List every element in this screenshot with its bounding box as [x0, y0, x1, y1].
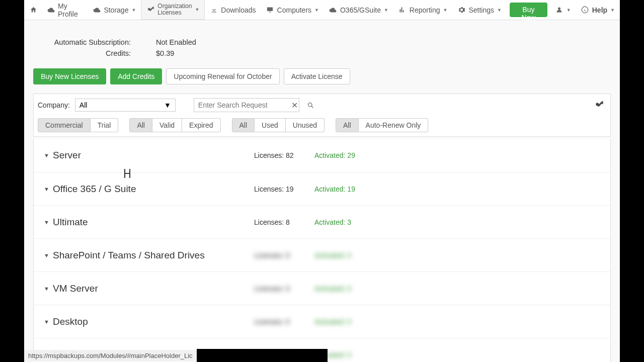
svg-point-1	[308, 103, 312, 107]
home-icon	[29, 6, 37, 14]
chevron-down-icon: ▼	[567, 8, 571, 13]
license-row[interactable]: ▼ VM Server Licenses: 0 Activated: 0	[34, 272, 610, 305]
nav-o365[interactable]: O365/GSuite ▼	[324, 0, 393, 20]
expand-icon[interactable]: ▼	[44, 319, 53, 325]
license-activated: Activated: 0	[314, 318, 351, 326]
chevron-down-icon: ▼	[443, 8, 448, 13]
nav-storage-label: Storage	[104, 6, 128, 14]
license-row[interactable]: ▼ Ultimate Licenses: 8 Activated: 3	[34, 205, 610, 238]
license-activated: Activated: 19	[314, 185, 355, 193]
nav-computers[interactable]: Computers ▼	[261, 0, 324, 20]
add-credits-button[interactable]: Add Credits	[110, 68, 162, 84]
license-name: SharePoint / Teams / Shared Drives	[53, 250, 254, 261]
credits-label: Credits:	[24, 49, 156, 57]
activate-license-button[interactable]: Activate License	[284, 68, 350, 84]
chart-icon	[398, 6, 407, 14]
license-count: Licenses: 19	[254, 185, 314, 193]
chevron-down-icon: ▼	[497, 8, 502, 13]
key-icon	[146, 6, 154, 14]
nav-storage[interactable]: Storage ▼	[88, 0, 141, 20]
main-content: Automatic Subscription: Not Enabled Cred…	[24, 20, 620, 362]
filter-panel: Company: All ▼ ✕ Commer	[33, 94, 611, 137]
chip-commercial[interactable]: Commercial	[38, 118, 91, 132]
chip-used[interactable]: Used	[255, 118, 286, 132]
license-count: Licenses: 0	[254, 318, 314, 326]
chip-valid[interactable]: Valid	[152, 118, 182, 132]
download-icon	[210, 6, 218, 14]
chevron-down-icon: ▼	[164, 101, 171, 109]
license-row[interactable]: ▼ Desktop Licenses: 0 Activated: 0	[34, 305, 610, 338]
cloud-icon	[47, 6, 55, 14]
gear-icon	[457, 6, 465, 14]
license-activated: Activated: 29	[314, 151, 355, 159]
license-name: Office 365 / G Suite	[53, 184, 254, 195]
license-name: Ultimate	[53, 217, 254, 228]
expand-icon[interactable]: ▼	[44, 152, 53, 158]
company-select[interactable]: All ▼	[75, 99, 176, 112]
license-name: VM Server	[53, 283, 254, 294]
license-name: Server	[53, 150, 254, 161]
search-input[interactable]	[194, 99, 290, 112]
chevron-down-icon: ▼	[131, 8, 136, 13]
chevron-down-icon: ▼	[314, 8, 319, 13]
status-black-box	[197, 349, 328, 362]
status-url: https://mspbackups.com/Modules/#mainPlac…	[24, 350, 197, 361]
user-icon	[555, 6, 564, 14]
nav-home[interactable]	[24, 0, 42, 20]
chip-all-autorenew[interactable]: All	[336, 118, 359, 132]
expand-icon[interactable]: ▼	[44, 252, 53, 258]
license-activated: Activated: 3	[314, 218, 351, 226]
license-count: Licenses: 0	[254, 251, 314, 259]
license-row[interactable]: ▼ Office 365 / G Suite Licenses: 19 Acti…	[34, 172, 610, 205]
monitor-icon	[266, 6, 274, 14]
nav-computers-label: Computers	[277, 6, 311, 14]
nav-my-profile[interactable]: My Profile	[42, 0, 88, 20]
chevron-down-icon: ▼	[610, 8, 615, 13]
expand-icon[interactable]: ▼	[44, 286, 53, 292]
cloud-icon	[93, 6, 101, 14]
expand-icon[interactable]: ▼	[44, 219, 53, 225]
top-nav: My Profile Storage ▼ Organization Licens…	[24, 0, 620, 20]
chip-all-usage[interactable]: All	[232, 118, 255, 132]
license-count: Licenses: 82	[254, 151, 314, 159]
license-count: Licenses: 8	[254, 218, 314, 226]
info-icon	[581, 6, 589, 14]
status-bar: https://mspbackups.com/Modules/#mainPlac…	[24, 349, 620, 362]
search-button[interactable]	[304, 99, 317, 112]
filter-license-type: Commercial Trial	[38, 118, 118, 132]
nav-reporting[interactable]: Reporting ▼	[393, 0, 453, 20]
license-count: Licenses: 0	[254, 285, 314, 293]
buy-new-button[interactable]: Buy New	[510, 3, 547, 17]
nav-settings-label: Settings	[468, 6, 494, 14]
keys-icon[interactable]	[592, 99, 606, 112]
license-activated: Activated: 0	[314, 251, 351, 259]
expand-icon[interactable]: ▼	[44, 186, 53, 192]
chip-unused[interactable]: Unused	[286, 118, 325, 132]
company-select-value: All	[79, 101, 88, 109]
license-row[interactable]: ▼ SharePoint / Teams / Shared Drives Lic…	[34, 238, 610, 272]
chevron-down-icon: ▼	[384, 8, 388, 13]
clear-search-icon[interactable]: ✕	[290, 99, 299, 112]
nav-organization-licenses[interactable]: Organization Licenses ▼	[141, 0, 205, 20]
auto-subscription-label: Automatic Subscription:	[24, 38, 156, 46]
buy-new-licenses-button[interactable]: Buy New Licenses	[33, 68, 106, 84]
nav-settings[interactable]: Settings ▼	[452, 0, 507, 20]
license-list: ▼ Server Licenses: 82 Activated: 29 ▼ Of…	[33, 139, 611, 362]
nav-o365-label: O365/GSuite	[340, 6, 381, 14]
nav-user-menu[interactable]: ▼	[550, 0, 576, 20]
nav-downloads-label: Downloads	[221, 6, 256, 14]
subscription-info: Automatic Subscription: Not Enabled Cred…	[24, 38, 620, 57]
filter-autorenew: All Auto-Renew Only	[336, 118, 428, 132]
nav-downloads[interactable]: Downloads	[205, 0, 261, 20]
license-row[interactable]: ▼ Server Licenses: 82 Activated: 29	[34, 139, 610, 172]
action-buttons: Buy New Licenses Add Credits Upcoming Re…	[24, 68, 620, 94]
filter-usage: All Used Unused	[232, 118, 325, 132]
nav-reporting-label: Reporting	[410, 6, 440, 14]
nav-help[interactable]: Help ▼	[576, 0, 620, 20]
chip-autorenew-only[interactable]: Auto-Renew Only	[359, 118, 429, 132]
chip-trial[interactable]: Trial	[91, 118, 119, 132]
chip-expired[interactable]: Expired	[182, 118, 220, 132]
upcoming-renewal-button[interactable]: Upcoming Renewal for October	[166, 68, 279, 84]
chip-all-validity[interactable]: All	[129, 118, 152, 132]
license-activated: Activated: 0	[314, 285, 351, 293]
